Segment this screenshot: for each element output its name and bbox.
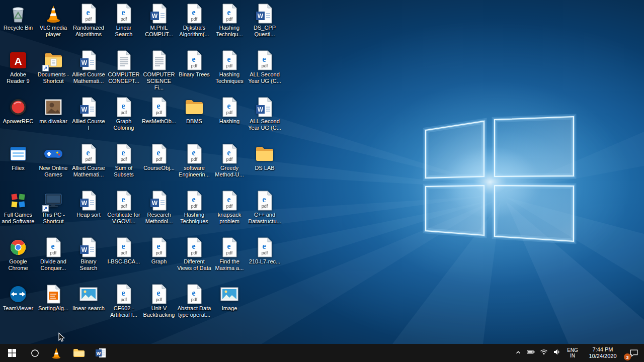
desktop-icon[interactable]: DS LAB (247, 141, 282, 188)
volume-tray-button[interactable] (550, 344, 564, 362)
desktop-icon[interactable]: linear-search (71, 282, 106, 328)
desktop-icon[interactable]: epdf CourseObj... (141, 141, 177, 188)
pdf-icon: epdf (114, 97, 134, 117)
desktop-icon[interactable]: SortingAlg... (36, 282, 71, 328)
desktop-icon[interactable]: W Research Methodol... (141, 188, 177, 235)
adobe-icon: A (8, 50, 28, 70)
desktop-icon[interactable]: epdf ResMethOb... (141, 95, 177, 141)
desktop-icon[interactable]: epdf Divide and Conquer... (36, 235, 71, 282)
desktop-icon[interactable]: Google Chrome (1, 235, 36, 282)
clock[interactable]: 7:44 PM 10/24/2020 (582, 344, 624, 362)
svg-text:pdf: pdf (121, 157, 127, 162)
desktop-icon[interactable]: epdf Find the Maxima a... (212, 235, 247, 282)
desktop-icon[interactable]: epdf CE602 - Artificial I... (106, 282, 141, 328)
desktop[interactable]: Recycle Bin VLC media player epdf Random… (0, 0, 644, 344)
svg-text:pdf: pdf (121, 204, 127, 209)
desktop-icon[interactable]: Full Games and Software (1, 188, 36, 235)
vlc-app-taskbar-button[interactable] (45, 344, 67, 362)
svg-text:e: e (192, 289, 195, 297)
desktop-icon[interactable]: epdf Graph (141, 235, 177, 282)
desktop-icon-label: Sum of Subsets (107, 165, 141, 178)
desktop-icon[interactable]: COMPUTER CONCEPT... (106, 48, 141, 95)
desktop-icon[interactable]: epdf C++ and Datastructu... (247, 188, 282, 235)
volume-icon (553, 348, 561, 357)
desktop-icon[interactable]: epdf Hashing (212, 95, 247, 141)
desktop-icon[interactable]: W DS_CPP Questi... (247, 1, 282, 48)
desktop-icon[interactable]: Documents - Shortcut (36, 48, 71, 95)
pdf-icon: epdf (219, 191, 239, 211)
desktop-icon[interactable]: epdf Linear Search (106, 1, 141, 48)
desktop-icon-label: Graph (142, 258, 176, 265)
svg-text:e: e (86, 8, 90, 17)
desktop-icon[interactable]: epdf Dijkstra's Algorithm(... (177, 1, 212, 48)
desktop-icon[interactable]: A Adobe Reader 9 (1, 48, 36, 95)
desktop-icon[interactable]: W ALL Second Year UG (C... (247, 95, 282, 141)
svg-text:pdf: pdf (226, 110, 233, 115)
svg-text:pdf: pdf (156, 250, 163, 255)
desktop-icon[interactable]: DBMS (177, 95, 212, 141)
folder-icon (255, 144, 275, 164)
start-button[interactable] (0, 344, 24, 362)
svg-text:W: W (97, 351, 101, 356)
desktop-icon[interactable]: COMPUTER SCIENCE Fi... (141, 48, 177, 95)
pc-icon (43, 191, 63, 211)
desktop-icon[interactable]: epdf Different Views of Data (177, 235, 212, 282)
desktop-icon[interactable]: W Heap sort (71, 188, 106, 235)
desktop-icon[interactable]: epdf software Engineerin... (177, 141, 212, 188)
svg-text:pdf: pdf (156, 157, 163, 162)
desktop-icon[interactable]: Filiex (1, 141, 36, 188)
battery-tray-button[interactable] (524, 344, 537, 362)
desktop-icon[interactable]: epdf Sum of Subsets (106, 141, 141, 188)
apowerrec-icon (8, 97, 28, 117)
svg-text:W: W (258, 13, 264, 20)
language-region: IN (570, 353, 575, 358)
desktop-icon[interactable]: W Allied Course Mathemati... (71, 48, 106, 95)
desktop-icon[interactable]: epdf Greedy Method-U... (212, 141, 247, 188)
desktop-icon[interactable]: epdf I-BSC-BCA... (106, 235, 141, 282)
svg-text:e: e (262, 242, 266, 250)
desktop-icon[interactable]: Image (212, 282, 247, 328)
svg-text:e: e (86, 148, 90, 157)
sortdoc-icon (43, 284, 63, 304)
desktop-icon[interactable]: VLC media player (36, 1, 71, 48)
desktop-icon[interactable]: epdf Hashing Techniques (177, 188, 212, 235)
desktop-icon[interactable]: This PC - Shortcut (36, 188, 71, 235)
svg-text:e: e (156, 102, 160, 110)
desktop-icon-label: COMPUTER CONCEPT... (107, 71, 141, 84)
word-app-taskbar-button[interactable]: W (90, 344, 112, 362)
desktop-icon[interactable]: W Allied Course I (71, 95, 106, 141)
desktop-icon[interactable]: epdf Hashing Techniques (212, 48, 247, 95)
desktop-icon[interactable]: epdf 210-L7-rec... (247, 235, 282, 282)
desktop-icon[interactable]: W M.PhIL COMPUT... (141, 1, 177, 48)
desktop-icon[interactable]: epdf Randomized Algorithms (71, 1, 106, 48)
network-tray-button[interactable] (537, 344, 550, 362)
desktop-icon[interactable]: epdf Abstract Data type operat... (177, 282, 212, 328)
cortana-search-button[interactable] (24, 344, 45, 362)
explorer-taskbar-button[interactable] (67, 344, 90, 362)
svg-text:e: e (156, 148, 160, 157)
desktop-icon[interactable]: epdf Certificate for V.GOVI... (106, 188, 141, 235)
desktop-icon[interactable]: Recycle Bin (1, 1, 36, 48)
desktop-icon[interactable]: epdf Binary Trees (177, 48, 212, 95)
svg-text:e: e (227, 195, 230, 204)
desktop-icon-label: CourseObj... (142, 165, 176, 171)
word-app-icon: W (95, 347, 107, 359)
desktop-icon[interactable]: TeamViewer (1, 282, 36, 328)
desktop-icon-label: ResMethOb... (142, 118, 176, 125)
action-center-button[interactable]: 3 (624, 344, 644, 362)
chevron-up-tray-button[interactable] (512, 344, 524, 362)
desktop-icon[interactable]: epdf Graph Coloring (106, 95, 141, 141)
desktop-icon[interactable]: epdf Hashing Techniqu... (212, 1, 247, 48)
desktop-icon[interactable]: epdf ALL Second Year UG (C... (247, 48, 282, 95)
desktop-icon[interactable]: epdf Unit-V Backtracking (141, 282, 177, 328)
desktop-icon[interactable]: New Online Games (36, 141, 71, 188)
desktop-icon[interactable]: epdf knapsack problem (212, 188, 247, 235)
desktop-icon[interactable]: epdf Allied Course Mathemati... (71, 141, 106, 188)
language-indicator[interactable]: ENG IN (564, 344, 582, 362)
desktop-icon-label: Image (212, 305, 247, 312)
desktop-icon[interactable]: ms diwakar (36, 95, 71, 141)
explorer-icon (72, 347, 85, 359)
pdf-icon: epdf (43, 237, 63, 257)
desktop-icon[interactable]: ApowerREC (1, 95, 36, 141)
desktop-icon[interactable]: W Binary Search (71, 235, 106, 282)
